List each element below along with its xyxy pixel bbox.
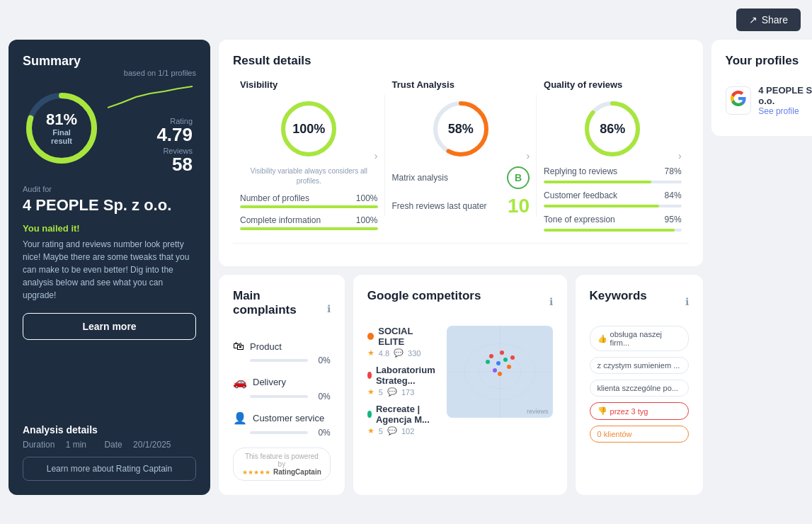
complaint-delivery: 🚗 Delivery 0% <box>233 375 331 401</box>
lab-dot <box>367 372 372 379</box>
keywords-list: 👍 obsługa naszej firm... z czystym sumie… <box>590 326 689 443</box>
competitors-header: Google competitors ℹ <box>367 289 553 314</box>
trust-nav[interactable]: › <box>526 150 530 161</box>
profiles-fill <box>240 205 378 208</box>
reply-bar <box>544 181 682 183</box>
complaints-title: Main complaints <box>233 289 327 317</box>
quality-percent: 86% <box>600 122 625 137</box>
metrics-row: Visibility 100% Visibility variable alwa… <box>233 79 689 244</box>
speech-icon-0: 💬 <box>394 348 404 358</box>
share-icon: ↗ <box>749 14 757 25</box>
keywords-title: Keywords <box>590 289 647 303</box>
recreate-dot <box>367 411 372 418</box>
feedback-bar <box>544 205 682 207</box>
fresh-row: Fresh reviews last quater 10 <box>392 195 530 217</box>
audit-for-label: Audit for <box>23 185 196 193</box>
product-icon: 🛍 <box>233 340 244 353</box>
complete-fill <box>240 227 378 230</box>
duration-label: Duration <box>23 440 55 450</box>
map-label: reviews <box>527 408 549 415</box>
quality-chart: 86% <box>581 97 644 161</box>
right-panel: Your profiles 4 PEOPLE Sp. z o.o. See <box>711 40 812 495</box>
feedback-metric: Customer feedback 84% <box>544 190 682 207</box>
fresh-label: Fresh reviews last quater <box>392 201 502 211</box>
share-label: Share <box>762 14 788 25</box>
nailed-it-label: You nailed it! <box>23 223 196 234</box>
tone-metric: Tone of expression 95% <box>544 215 682 232</box>
trust-center: Matrix analysis B Fresh reviews last qua… <box>385 166 537 217</box>
powered-by-badge: This feature is powered by ★★★★★ RatingC… <box>233 448 331 481</box>
map-dot-3 <box>496 361 501 365</box>
visibility-label: Visibility <box>233 79 385 90</box>
visibility-sub-metrics: Number of profiles 100% Complete informa… <box>233 193 385 230</box>
service-bar <box>250 431 308 434</box>
social-reviews: 330 <box>408 349 421 358</box>
delivery-label: Delivery <box>253 377 286 387</box>
quality-nav[interactable]: › <box>678 150 682 161</box>
competitor-social: SOCIAL ELITE ★ 4.8 💬 330 <box>367 326 438 358</box>
map-dot-4 <box>507 365 511 369</box>
keywords-info-icon[interactable]: ℹ <box>685 296 689 307</box>
rating-block: Rating 4.79 <box>108 117 193 144</box>
result-details-title: Result details <box>233 54 689 68</box>
delivery-icon: 🚗 <box>233 375 247 389</box>
service-icon: 👤 <box>233 411 247 425</box>
google-logo <box>726 86 752 115</box>
complaints-card: Main complaints ℹ 🛍 Product 0% <box>219 275 345 495</box>
powered-by-text: This feature is powered by <box>242 452 321 468</box>
profiles-title: Your profiles <box>726 54 812 68</box>
rating-value: 4.79 <box>108 125 193 144</box>
complaints-info-icon[interactable]: ℹ <box>327 303 331 314</box>
delivery-bar <box>250 395 308 398</box>
middle-column: Result details Visibility 100% Visibilit… <box>219 40 703 495</box>
bottom-row: Main complaints ℹ 🛍 Product 0% <box>219 275 703 495</box>
visibility-nav[interactable]: › <box>374 150 378 161</box>
fresh-value: 10 <box>508 195 530 217</box>
learn-rc-button[interactable]: Learn more about Rating Captain <box>23 457 196 481</box>
keyword-2: klienta szczególne po... <box>590 380 689 397</box>
donut-text: 81% Final result <box>42 111 81 145</box>
competitors-card: Google competitors ℹ SOCIAL ELITE ★ 4. <box>353 275 567 495</box>
tone-label: Tone of expression 95% <box>544 215 682 224</box>
complete-bar <box>240 227 378 230</box>
keyword-4: 0 klientów <box>590 426 689 443</box>
service-label: Customer service <box>253 413 324 423</box>
see-profile-link[interactable]: See profile <box>758 106 812 116</box>
based-on: based on 1/1 profiles <box>23 69 196 77</box>
lab-rating: 5 <box>379 388 383 397</box>
keywords-card: Keywords ℹ 👍 obsługa naszej firm... z cz… <box>576 275 703 495</box>
reply-label: Replying to reviews 78% <box>544 166 682 176</box>
matrix-label: Matrix analysis <box>392 173 502 183</box>
competitor-recreate: Recreate | Agencja M... ★ 5 💬 102 <box>367 404 438 435</box>
keyword-1: z czystym sumieniem ... <box>590 357 689 374</box>
recreate-name: Recreate | Agencja M... <box>376 404 438 425</box>
result-details-card: Result details Visibility 100% Visibilit… <box>219 40 703 266</box>
complete-metric: Complete information 100% <box>240 215 378 230</box>
main-content: Summary based on 1/1 profiles 81% Final … <box>0 40 812 503</box>
visibility-note: Visibility variable always considers all… <box>233 166 385 186</box>
profiles-bar <box>240 205 378 208</box>
product-pct: 0% <box>314 355 331 365</box>
quality-col: Quality of reviews 86% Replying to revie… <box>537 79 689 232</box>
tone-fill <box>544 229 675 232</box>
class-badge: B <box>507 166 530 189</box>
competitors-title: Google competitors <box>367 289 481 303</box>
learn-more-button[interactable]: Learn more <box>23 313 196 340</box>
quality-metrics: Replying to reviews 78% Customer feedbac… <box>537 166 689 232</box>
trust-chart: 58% <box>429 97 493 161</box>
trust-percent: 58% <box>448 122 474 137</box>
recreate-rating: 5 <box>379 427 383 435</box>
profile-info-0: 4 PEOPLE Sp. z o.o. See profile <box>758 85 812 116</box>
service-pct: 0% <box>314 428 331 438</box>
lab-reviews: 173 <box>401 388 414 397</box>
share-button[interactable]: ↗ Share <box>736 8 801 31</box>
analysis-meta: Duration 1 min Date 20/1/2025 <box>23 440 196 450</box>
quality-label: Quality of reviews <box>537 79 689 90</box>
map-dot-6 <box>510 355 515 360</box>
map-dot-8 <box>498 372 502 376</box>
competitors-info-icon[interactable]: ℹ <box>549 296 553 307</box>
reply-fill <box>544 181 651 183</box>
product-bar <box>250 359 308 362</box>
competitor-lab: Laboratorium Strateg... ★ 5 💬 173 <box>367 365 438 397</box>
feedback-label: Customer feedback 84% <box>544 190 682 200</box>
